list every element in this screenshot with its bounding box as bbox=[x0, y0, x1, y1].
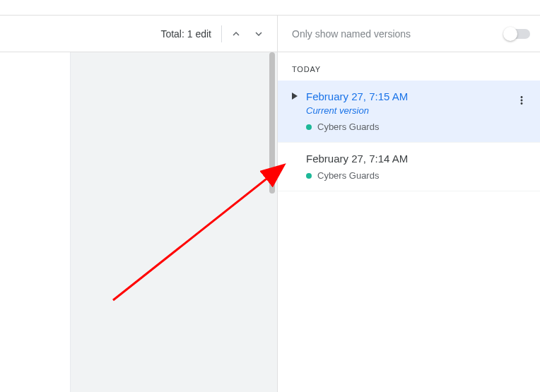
top-bar bbox=[0, 0, 540, 16]
author-color-dot bbox=[306, 124, 312, 130]
scrollbar-track[interactable] bbox=[269, 52, 275, 392]
scrollbar-thumb[interactable] bbox=[269, 52, 275, 194]
prev-edit-button[interactable] bbox=[225, 23, 247, 45]
filter-label: Only show named versions bbox=[292, 28, 411, 40]
version-subtitle: Current version bbox=[306, 105, 530, 116]
total-edits-label: Total: 1 edit bbox=[160, 28, 211, 40]
version-more-button[interactable] bbox=[510, 89, 533, 112]
chevron-down-icon bbox=[252, 28, 265, 40]
toggle-knob bbox=[503, 27, 517, 41]
version-item[interactable]: February 27, 7:15 AM Current version Cyb… bbox=[278, 81, 540, 143]
left-panel: Total: 1 edit bbox=[0, 16, 277, 392]
version-item[interactable]: February 27, 7:14 AM Cybers Guards bbox=[278, 143, 540, 191]
version-filter-header: Only show named versions bbox=[278, 16, 540, 52]
chevron-up-icon bbox=[230, 28, 242, 40]
triangle-right-icon bbox=[292, 93, 298, 100]
version-row: February 27, 7:14 AM bbox=[292, 153, 530, 165]
section-header-today: TODAY bbox=[278, 52, 540, 81]
nav-separator bbox=[221, 25, 222, 42]
more-vert-icon bbox=[515, 94, 528, 107]
expand-icon[interactable] bbox=[292, 92, 299, 102]
version-timestamp: February 27, 7:15 AM bbox=[306, 90, 408, 102]
version-author: Cybers Guards bbox=[306, 170, 530, 181]
left-header: Total: 1 edit bbox=[0, 16, 277, 52]
version-timestamp: February 27, 7:14 AM bbox=[306, 153, 408, 165]
version-author: Cybers Guards bbox=[306, 121, 530, 132]
author-name: Cybers Guards bbox=[317, 121, 379, 132]
version-row: February 27, 7:15 AM bbox=[292, 90, 530, 102]
version-history-panel: Only show named versions TODAY February … bbox=[277, 16, 540, 392]
document-page bbox=[0, 52, 71, 392]
author-color-dot bbox=[306, 173, 312, 179]
author-name: Cybers Guards bbox=[317, 170, 379, 181]
next-edit-button[interactable] bbox=[247, 23, 270, 45]
named-versions-toggle[interactable] bbox=[505, 29, 530, 39]
document-preview-area bbox=[0, 52, 277, 392]
main-container: Total: 1 edit Only show named versions T… bbox=[0, 16, 540, 392]
